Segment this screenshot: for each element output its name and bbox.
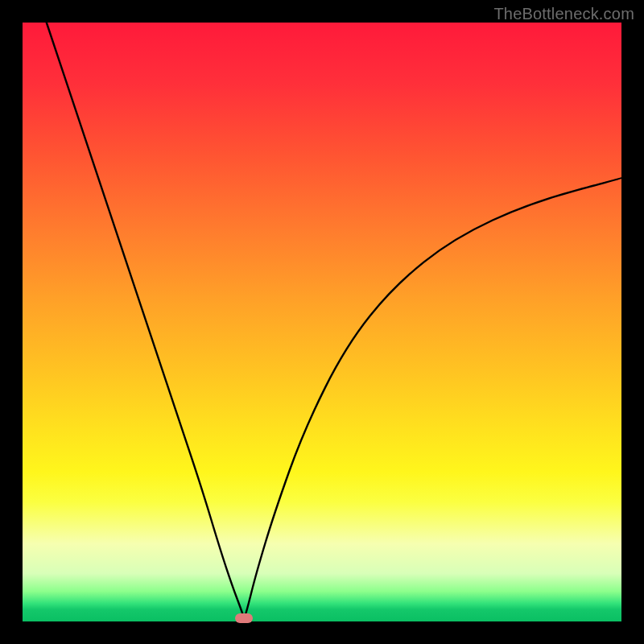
bottleneck-curve — [47, 23, 621, 616]
plot-area — [23, 23, 621, 621]
chart-frame: TheBottleneck.com — [0, 0, 644, 644]
minimum-marker — [235, 613, 253, 623]
watermark-text: TheBottleneck.com — [493, 5, 634, 23]
curve-svg — [23, 23, 621, 621]
